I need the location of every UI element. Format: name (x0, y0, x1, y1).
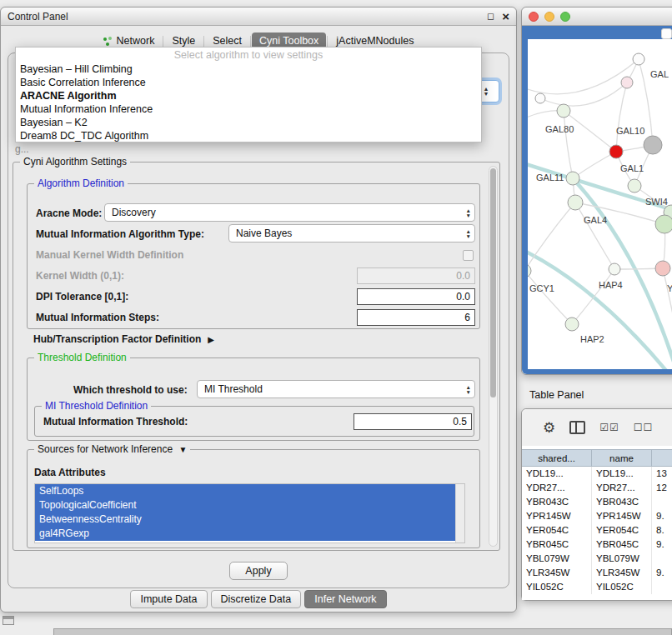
which-threshold-combobox[interactable]: MI Threshold ▲▼ (197, 380, 475, 398)
gear-icon[interactable]: ⚙ (543, 421, 555, 435)
float-window-icon[interactable]: ◻ (487, 12, 494, 21)
minimize-traffic-light[interactable] (544, 12, 554, 22)
docked-panel-icon[interactable] (3, 616, 14, 625)
manual-kernel-label: Manual Kernel Width Definition (36, 249, 183, 261)
network-node[interactable] (528, 264, 531, 278)
network-node[interactable] (565, 318, 579, 331)
network-node[interactable] (644, 136, 662, 154)
network-node[interactable] (633, 53, 644, 65)
aracne-mode-value: Discovery (112, 207, 156, 218)
mi-type-combobox[interactable]: Naive Bayes ▲▼ (228, 224, 475, 242)
table-cell[interactable]: YDR27... (592, 481, 652, 495)
table-row[interactable]: YDL19...YDL19...13 (522, 467, 672, 481)
network-node[interactable] (535, 93, 545, 103)
select-all-icon[interactable]: ☑☑ (599, 422, 619, 432)
aracne-mode-combobox[interactable]: Discovery ▲▼ (104, 203, 475, 222)
sources-legend[interactable]: Sources for Network Inference ▼ (34, 443, 190, 455)
bottom-tab-impute-data[interactable]: Impute Data (130, 590, 207, 608)
list-scrollbar[interactable] (455, 484, 464, 542)
network-node[interactable] (628, 179, 641, 192)
network-node[interactable] (557, 104, 570, 118)
table-cell[interactable]: 8. (652, 523, 672, 538)
mi-threshold-field[interactable]: 0.5 (354, 413, 472, 430)
table-cell[interactable]: YER054C (592, 523, 652, 538)
table-cell[interactable]: YPR145W (592, 509, 652, 523)
settings-scrollbar[interactable] (489, 166, 498, 547)
table-cell[interactable]: YDR27... (522, 481, 592, 495)
table-cell[interactable]: 13 (652, 467, 672, 481)
table-row[interactable]: YBR043CYBR043C (522, 495, 672, 509)
close-icon[interactable]: × (502, 10, 509, 22)
network-node[interactable] (609, 263, 620, 275)
control-panel-titlebar[interactable]: Control Panel ◻ × (1, 8, 516, 26)
table-cell[interactable]: YIL052C (592, 580, 652, 594)
table-cell[interactable]: YBR045C (592, 538, 652, 552)
table-cell[interactable]: YBR043C (592, 495, 652, 509)
network-node[interactable] (609, 145, 623, 158)
table-cell[interactable]: YBR043C (522, 495, 592, 509)
close-traffic-light[interactable] (529, 12, 539, 22)
table-row[interactable]: YER054CYER054C8. (522, 523, 672, 538)
table-cell[interactable]: YPR145W (522, 509, 592, 523)
network-node[interactable] (621, 77, 633, 88)
table-cell[interactable]: 12 (652, 481, 672, 495)
table-cell[interactable]: YER054C (522, 523, 592, 538)
table-cell[interactable] (652, 580, 672, 594)
table-cell[interactable]: YBL079W (522, 552, 592, 566)
deselect-all-icon[interactable]: ☐☐ (634, 422, 654, 432)
scrollbar-thumb[interactable] (490, 168, 496, 398)
network-node[interactable] (568, 195, 583, 210)
table-cell[interactable]: 9. (652, 566, 672, 580)
bottom-tab-infer-network[interactable]: Infer Network (304, 590, 386, 608)
algorithm-option[interactable]: Basic Correlation Inference (16, 76, 481, 89)
table-row[interactable]: YBR045CYBR045C9. (522, 538, 672, 552)
network-node[interactable] (655, 261, 670, 276)
table-row[interactable]: YIL052CYIL052C (522, 580, 672, 594)
bottom-tab-discretize-data[interactable]: Discretize Data (211, 590, 302, 608)
birdseye-toggle-button[interactable] (661, 28, 672, 39)
columns-icon[interactable] (569, 421, 585, 434)
table-row[interactable]: YLR345WYLR345W9. (522, 566, 672, 580)
table-cell[interactable] (652, 552, 672, 566)
sources-group: Sources for Network Inference ▼ Data Att… (27, 449, 480, 548)
algorithm-option[interactable]: Bayesian – K2 (16, 116, 481, 129)
table-cell[interactable]: YBL079W (592, 552, 652, 566)
table-cell[interactable]: YLR345W (522, 566, 592, 580)
table-row[interactable]: YDR27...YDR27...12 (522, 481, 672, 495)
table-cell[interactable]: YIL052C (522, 580, 592, 594)
data-attribute-item[interactable]: SelfLoops (35, 484, 455, 498)
expand-right-icon[interactable]: ▶ (208, 335, 214, 344)
data-attribute-item[interactable]: TopologicalCoefficient (35, 498, 455, 512)
table-row[interactable]: YPR145WYPR145W9. (522, 509, 672, 523)
network-window-titlebar[interactable] (522, 8, 672, 26)
table-cell[interactable]: YDL19... (592, 467, 652, 481)
algorithm-option[interactable]: Mutual Information Inference (16, 102, 481, 116)
data-attribute-item[interactable]: BetweennessCentrality (35, 512, 455, 527)
algorithm-option[interactable]: Dream8 DC_TDC Algorithm (16, 129, 481, 142)
zoom-traffic-light[interactable] (560, 12, 570, 22)
collapse-down-icon[interactable]: ▼ (178, 445, 187, 454)
table-cell[interactable]: YLR345W (592, 566, 652, 580)
table-row[interactable]: YBL079WYBL079W (522, 552, 672, 566)
network-node[interactable] (655, 215, 672, 233)
table-cell[interactable]: YDL19... (522, 467, 592, 481)
apply-button[interactable]: Apply (229, 562, 288, 580)
data-attribute-item[interactable]: gal4RGexp (35, 527, 455, 541)
network-canvas[interactable]: GALGAL80GAL10GAL11GAL1SWI4GAL4HAP4GCY1HA… (528, 39, 672, 369)
dpi-tolerance-field[interactable]: 0.0 (357, 288, 475, 305)
algorithm-option[interactable]: Bayesian – Hill Climbing (16, 62, 481, 76)
data-attributes-list[interactable]: SelfLoopsTopologicalCoefficientBetweenne… (34, 483, 465, 543)
network-node[interactable] (566, 172, 579, 185)
hub-definition-expander[interactable]: Hub/Transcription Factor Definition ▶ (33, 332, 214, 346)
table-header-cell[interactable] (652, 449, 672, 467)
mi-steps-field[interactable]: 6 (357, 309, 475, 326)
combo-arrows-icon: ▲▼ (484, 87, 489, 97)
table-cell[interactable]: 9. (652, 538, 672, 552)
table-header-cell[interactable]: name (592, 449, 652, 467)
table-header-cell[interactable]: shared... (522, 449, 592, 467)
table-cell[interactable]: YBR045C (522, 538, 592, 552)
table-cell[interactable] (652, 495, 672, 509)
network-graph[interactable]: GALGAL80GAL10GAL11GAL1SWI4GAL4HAP4GCY1HA… (528, 39, 672, 369)
table-cell[interactable]: 9. (652, 509, 672, 523)
algorithm-option[interactable]: ARACNE Algorithm (16, 89, 481, 102)
